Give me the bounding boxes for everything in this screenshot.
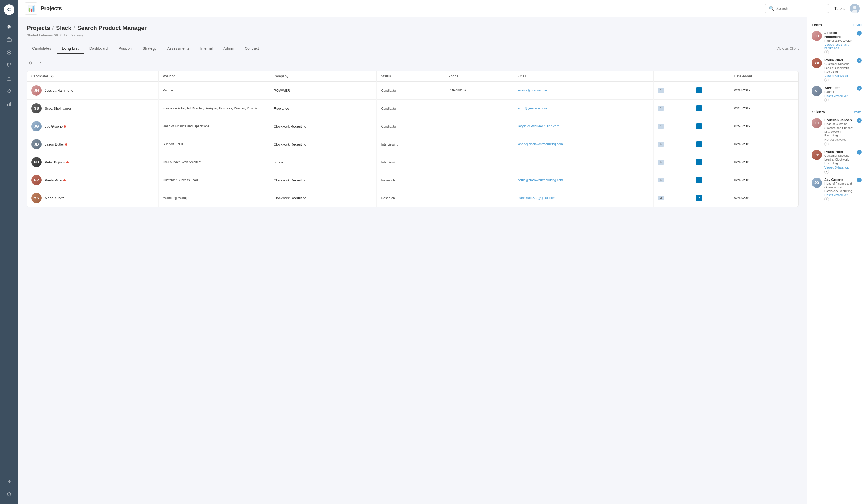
candidate-cell-1[interactable]: SS Scott Shellhamer [27,100,158,117]
candidate-linkedin-1[interactable]: in [692,100,730,117]
folder-icon-4[interactable]: 🗂 [658,160,664,164]
sidebar-item-chart[interactable] [4,99,14,109]
tasks-link[interactable]: Tasks [834,6,845,11]
tab-position[interactable]: Position [113,44,137,54]
candidate-name-6[interactable]: Maria Kubitz [45,196,64,200]
sidebar-item-tag[interactable] [4,85,14,96]
linkedin-icon-1[interactable]: in [696,105,702,111]
panel-person-info: Paula Pinel Customer Success Lead at Clo… [824,58,854,82]
candidate-linkedin-4[interactable]: in [692,153,730,171]
candidate-linkedin-0[interactable]: in [692,82,730,100]
candidate-name-3[interactable]: Jason Butler [45,142,67,146]
col-position[interactable]: Position [158,71,269,82]
candidate-avatar-4: PB [31,157,42,167]
candidate-cell-2[interactable]: JG Jay Greene [27,117,158,135]
sidebar-item-book[interactable] [4,73,14,83]
candidate-folder-5[interactable]: 🗂 [654,171,692,189]
tab-longlist[interactable]: Long List [56,44,84,54]
col-date-added[interactable]: Date Added [730,71,798,82]
breadcrumb-slack[interactable]: Slack [56,25,71,32]
folder-icon-5[interactable]: 🗂 [658,177,664,182]
candidate-cell-4[interactable]: PB Petar Bojinov [27,153,158,171]
candidate-cell-6[interactable]: MK Maria Kubitz [27,189,158,207]
candidate-folder-4[interactable]: 🗂 [654,153,692,171]
col-candidates[interactable]: Candidates (7) [27,71,158,82]
candidate-cell-0[interactable]: JH Jessica Hammond [27,82,158,100]
panel-person-role: Partner [824,90,854,94]
candidate-date-6: 02/18/2019 [730,189,798,207]
linkedin-icon-5[interactable]: in [696,177,702,183]
candidate-linkedin-5[interactable]: in [692,171,730,189]
folder-icon-6[interactable]: 🗂 [658,196,664,201]
candidate-position-0: Partner [158,82,269,100]
col-email[interactable]: Email [513,71,653,82]
clients-invite-button[interactable]: Invite [853,110,862,114]
tab-dashboard[interactable]: Dashboard [84,44,113,54]
sidebar-item-settings[interactable] [4,489,14,500]
person-mail-icon[interactable]: ✉ [824,78,829,82]
settings-icon[interactable]: ⚙ [27,59,34,67]
linkedin-icon-3[interactable]: in [696,141,702,147]
linkedin-icon-2[interactable]: in [696,123,702,129]
tab-candidates[interactable]: Candidates [27,44,56,54]
tab-internal[interactable]: Internal [195,44,218,54]
tab-strategy[interactable]: Strategy [137,44,162,54]
sidebar-item-work[interactable] [4,34,14,45]
person-mail-icon[interactable]: ✉ [824,50,829,54]
col-phone[interactable]: Phone [444,71,513,82]
tab-assessments[interactable]: Assessments [162,44,195,54]
candidate-cell-3[interactable]: JB Jason Butler [27,135,158,153]
candidate-email-0: jessica@powwer.me [513,82,653,100]
candidate-name-5[interactable]: Paula Pinel [45,178,66,182]
search-input[interactable] [776,7,825,11]
panel-person-right: ✓ [857,150,862,154]
team-add-button[interactable]: + Add [853,23,862,27]
linkedin-icon-6[interactable]: in [696,195,702,201]
candidate-position-1: Freelance Artist, Art Director, Designer… [158,100,269,117]
breadcrumb-projects[interactable]: Projects [27,25,50,32]
header-logo-icon: 📊 [25,2,37,15]
person-mail-icon[interactable]: ✉ [824,197,829,202]
candidate-status-2: Candidate [377,117,444,135]
right-panel: Team + Add JH Jessica Hammond Partner at… [807,17,866,504]
view-as-client-link[interactable]: View as Client [777,44,799,53]
sidebar-item-branch[interactable] [4,60,14,71]
candidate-name-2[interactable]: Jay Greene [45,124,66,128]
panel-person-role: Customer Success Lead at Clockwork Recru… [824,62,854,73]
sidebar-item-home[interactable]: ◎ [4,21,14,32]
col-status[interactable]: Status ↑ [377,71,444,82]
candidate-linkedin-6[interactable]: in [692,189,730,207]
candidate-folder-1[interactable]: 🗂 [654,100,692,117]
refresh-icon[interactable]: ↻ [37,59,44,67]
tab-contract[interactable]: Contract [240,44,264,54]
svg-point-5 [7,66,8,67]
person-mail-icon[interactable]: ✉ [824,98,829,102]
folder-icon-0[interactable]: 🗂 [658,88,664,93]
col-company[interactable]: Company [269,71,377,82]
user-avatar[interactable] [850,4,859,13]
header-search-box[interactable]: 🔍 [765,4,829,13]
candidate-name-4[interactable]: Petar Bojinov [45,160,68,164]
candidate-folder-6[interactable]: 🗂 [654,189,692,207]
folder-icon-1[interactable]: 🗂 [658,106,664,111]
candidate-linkedin-2[interactable]: in [692,117,730,135]
person-mail-icon[interactable]: ✉ [824,142,829,146]
candidate-name-0[interactable]: Jessica Hammond [45,89,74,93]
candidate-folder-0[interactable]: 🗂 [654,82,692,100]
linkedin-icon-0[interactable]: in [696,88,702,93]
tab-admin[interactable]: Admin [218,44,240,54]
candidate-name-1[interactable]: Scott Shellhamer [45,106,71,111]
linkedin-icon-4[interactable]: in [696,159,702,165]
folder-icon-2[interactable]: 🗂 [658,124,664,129]
sidebar-logo[interactable]: C [4,4,14,15]
folder-icon-3[interactable]: 🗂 [658,142,664,147]
candidate-folder-3[interactable]: 🗂 [654,135,692,153]
candidate-cell-5[interactable]: PP Paula Pinel [27,171,158,189]
sidebar-item-circle[interactable] [4,47,14,58]
candidate-linkedin-3[interactable]: in [692,135,730,153]
svg-point-2 [8,51,10,53]
candidate-folder-2[interactable]: 🗂 [654,117,692,135]
person-mail-icon[interactable]: ✉ [824,170,829,174]
sidebar-item-expand[interactable] [4,476,14,487]
col-linkedin [692,71,730,82]
